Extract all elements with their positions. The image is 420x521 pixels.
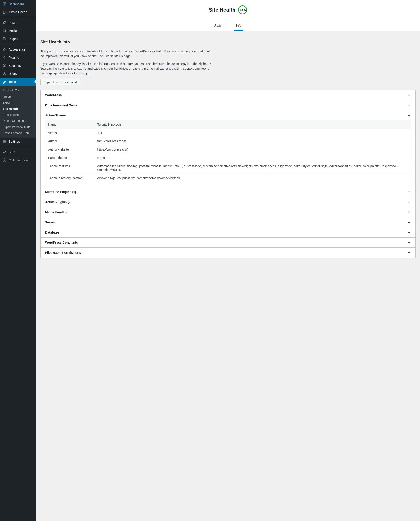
menu-item-plugins[interactable]: Plugins [0,54,36,61]
menu-item-posts[interactable]: Posts [0,19,36,27]
submenu-item-import[interactable]: Import [0,93,36,100]
row-value: automatic-feed-links, title-tag, post-th… [95,162,411,174]
accordion-toggle[interactable]: Must Use Plugins (1) [41,187,415,197]
accordion-section-server: Server [40,217,415,227]
accordion-title: Server [45,221,55,224]
tab-info[interactable]: Info [234,21,243,31]
menu-item-kinsta-cache[interactable]: Kinsta Cache [0,8,36,16]
table-row: Parent themeNone [45,154,411,162]
svg-point-0 [3,64,4,65]
row-value: None [95,154,411,162]
menu-item-seo[interactable]: SEO [0,148,36,156]
info-accordion: WordPressDirectories and SizesActive The… [40,90,415,258]
submenu-item-export-personal-data[interactable]: Export Personal Data [0,124,36,130]
row-key: Author [45,137,95,146]
accordion-section-media-handling: Media Handling [40,207,415,217]
menu-item-pages[interactable]: Pages [0,35,36,43]
admin-sidebar: DashboardKinsta CachePostsMediaPagesAppe… [0,0,36,521]
wrench-icon [2,80,7,84]
menu-item-users[interactable]: Users [0,70,36,78]
main-content: Site Health 100% StatusInfo Site Health … [36,0,420,521]
menu-item-tools[interactable]: Tools [0,78,36,86]
accordion-toggle[interactable]: Active Plugins (9) [41,197,415,207]
chevron-down-icon [407,231,411,234]
row-key: Theme directory location [45,174,95,182]
menu-label: Posts [8,21,16,24]
menu-item-snippets[interactable]: Snippets [0,61,36,70]
row-value: /www/editwp_xxx/public/wp-content/themes… [95,174,411,182]
accordion-section-active-plugins-9-: Active Plugins (9) [40,197,415,207]
chevron-down-icon [407,221,411,224]
menu-label: Snippets [8,64,21,68]
submenu-item-export[interactable]: Export [0,100,36,106]
chevron-down-icon [407,210,411,214]
accordion-toggle[interactable]: WordPress Constants [41,238,415,247]
submenu-item-available-tools[interactable]: Available Tools [0,87,36,93]
health-progress-badge: 100% [238,5,247,14]
accordion-toggle[interactable]: Database [41,228,415,237]
table-row: Authorthe WordPress team [45,137,411,146]
chevron-up-icon [407,114,411,117]
row-value: Twenty Nineteen [95,121,411,129]
accordion-title: Database [45,231,59,234]
submenu-item-beta-testing[interactable]: Beta Testing [0,112,36,118]
section-heading: Site Health Info [40,40,415,45]
accordion-toggle[interactable]: Server [41,217,415,227]
menu-label: Settings [8,140,20,143]
submenu-item-erase-personal-data[interactable]: Erase Personal Data [0,130,36,136]
accordion-title: Filesystem Permissions [45,251,81,254]
submenu-item-site-health[interactable]: Site Health [0,106,36,112]
accordion-section-wordpress-constants: WordPress Constants [40,237,415,247]
chevron-down-icon [407,241,411,244]
row-key: Theme features [45,162,95,174]
accordion-toggle[interactable]: Media Handling [41,207,415,217]
description-1: This page can show you every detail abou… [40,49,216,58]
row-value: https://wordpress.org/ [95,146,411,154]
accordion-toggle[interactable]: Filesystem Permissions [41,248,415,258]
collapse-menu-button[interactable]: Collapse menu [0,156,36,164]
menu-label: Plugins [8,56,19,59]
menu-label: SEO [8,150,15,154]
menu-item-media[interactable]: Media [0,27,36,35]
row-key: Author website [45,146,95,154]
chevron-down-icon [407,190,411,194]
submenu-item-delete-comments[interactable]: Delete Comments [0,118,36,124]
menu-label: Media [8,29,17,33]
row-key: Name [45,121,95,129]
accordion-toggle[interactable]: Active Theme [41,110,415,120]
tools-submenu: Available ToolsImportExportSite HealthBe… [0,86,36,138]
menu-label: Dashboard [8,2,24,6]
menu-label: Appearance [8,48,26,51]
media-icon [2,29,7,33]
svg-point-2 [4,72,5,74]
accordion-toggle[interactable]: Directories and Sizes [41,100,415,110]
menu-item-settings[interactable]: Settings [0,138,36,146]
accordion-toggle[interactable]: WordPress [41,90,415,100]
accordion-title: WordPress [45,93,62,97]
user-icon [2,71,7,76]
accordion-section-filesystem-permissions: Filesystem Permissions [40,247,415,258]
chevron-down-icon [407,93,411,97]
row-value: 1.3 [95,129,411,137]
kinsta-icon [2,10,7,14]
collapse-icon [2,158,7,162]
tab-status[interactable]: Status [212,21,225,31]
menu-item-dashboard[interactable]: Dashboard [0,0,36,8]
tabs: StatusInfo [36,21,420,31]
page-title: Site Health [209,7,236,13]
pages-icon [2,37,7,41]
chevron-down-icon [407,251,411,254]
accordion-title: Must Use Plugins (1) [45,190,76,194]
description-2: If you want to export a handy list of al… [40,61,216,76]
table-row: Theme featuresautomatic-feed-links, titl… [45,162,411,174]
accordion-section-must-use-plugins-1-: Must Use Plugins (1) [40,187,415,197]
table-row: NameTwenty Nineteen [45,121,411,129]
menu-item-appearance[interactable]: Appearance [0,46,36,54]
menu-label: Users [8,72,17,76]
chevron-down-icon [407,200,411,204]
menu-label: Kinsta Cache [8,10,27,14]
accordion-title: Media Handling [45,210,68,214]
copy-site-info-button[interactable]: Copy site info to clipboard [40,79,80,85]
accordion-title: WordPress Constants [45,241,78,244]
brush-icon [2,47,7,52]
